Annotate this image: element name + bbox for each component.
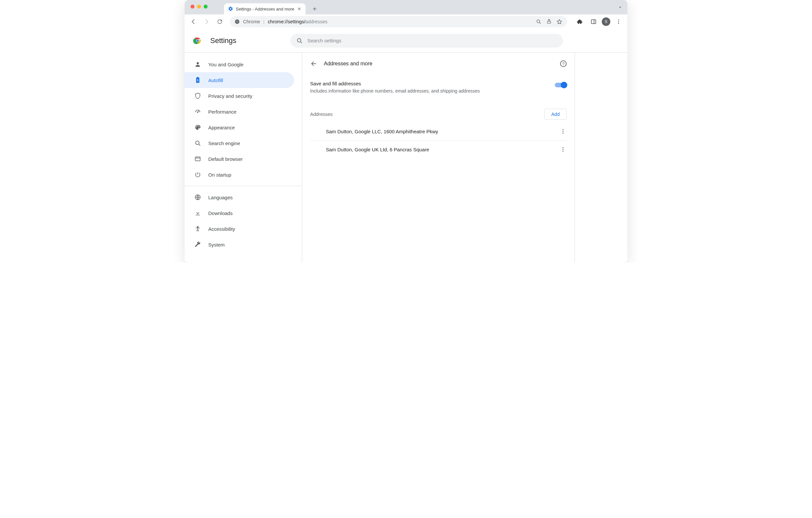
forward-button[interactable]: [201, 16, 212, 27]
sidebar-item-downloads[interactable]: Downloads: [184, 205, 294, 221]
address-text: Sam Dutton, Google LLC, 1600 Amphitheatr…: [326, 129, 438, 134]
svg-point-2: [236, 21, 238, 22]
sidebar-item-label: On startup: [208, 172, 231, 178]
sidebar-item-privacy[interactable]: Privacy and security: [184, 88, 294, 104]
omnibox-scheme-label: Chrome: [243, 19, 260, 24]
svg-point-13: [197, 62, 199, 64]
addresses-header: Addresses Add: [310, 101, 567, 122]
sidebar-item-search-engine[interactable]: Search engine: [184, 135, 294, 151]
wrench-icon: [195, 241, 201, 248]
sidebar-item-label: Languages: [208, 195, 233, 200]
share-icon[interactable]: [546, 19, 552, 24]
shield-icon: [195, 93, 201, 99]
sidebar-item-label: Appearance: [208, 125, 235, 130]
sidebar-item-label: System: [208, 242, 225, 247]
svg-point-6: [618, 19, 619, 20]
toolbar: Chrome | chrome://settings/addresses S: [184, 14, 628, 29]
close-window-button[interactable]: [191, 5, 195, 8]
bookmark-icon[interactable]: [556, 19, 562, 25]
layout: You and Google Autofill Privacy and secu…: [184, 53, 628, 263]
sidebar-item-label: Search engine: [208, 141, 240, 146]
question-icon: ?: [562, 61, 564, 66]
save-fill-subtitle: Includes information like phone numbers,…: [310, 88, 548, 94]
sidebar-item-performance[interactable]: Performance: [184, 104, 294, 120]
svg-point-7: [618, 21, 619, 22]
new-tab-button[interactable]: [310, 4, 319, 13]
save-fill-row: Save and fill addresses Includes informa…: [310, 75, 567, 101]
address-more-button[interactable]: [559, 146, 567, 152]
search-icon: [296, 37, 303, 44]
svg-point-8: [618, 23, 619, 24]
omnibox-actions: [536, 19, 562, 25]
sidebar-item-appearance[interactable]: Appearance: [184, 120, 294, 135]
sidebar-item-label: Autofill: [208, 78, 223, 83]
spacer: [575, 53, 628, 263]
save-fill-title: Save and fill addresses: [310, 81, 548, 86]
reload-button[interactable]: [214, 16, 225, 27]
sidebar-item-default-browser[interactable]: Default browser: [184, 151, 294, 167]
addresses-label: Addresses: [310, 112, 333, 117]
sidebar: You and Google Autofill Privacy and secu…: [184, 53, 302, 263]
subpage-back-button[interactable]: [310, 60, 318, 68]
omnibox-url-strong: chrome://settings/: [268, 19, 305, 24]
sidebar-item-system[interactable]: System: [184, 237, 294, 252]
svg-point-3: [537, 20, 540, 23]
extensions-button[interactable]: [574, 16, 585, 27]
clipboard-icon: [195, 77, 201, 83]
sidebar-item-languages[interactable]: Languages: [184, 189, 294, 205]
sidebar-item-label: Accessibility: [208, 226, 235, 232]
sidebar-item-on-startup[interactable]: On startup: [184, 167, 294, 183]
sidebar-item-label: You and Google: [208, 62, 243, 67]
maximize-window-button[interactable]: [204, 5, 208, 8]
content: Addresses and more ? Save and fill addre…: [302, 53, 575, 263]
back-button[interactable]: [188, 16, 199, 27]
help-button[interactable]: ?: [560, 60, 567, 67]
browser-icon: [195, 156, 201, 162]
omnibox-url-tail: addresses: [306, 19, 327, 24]
browser-window: Settings - Addresses and more Chrome: [184, 0, 628, 263]
close-tab-button[interactable]: [297, 6, 301, 11]
divider: [184, 186, 302, 186]
address-text: Sam Dutton, Google UK Ltd, 6 Pancras Squ…: [326, 147, 429, 152]
search-settings[interactable]: [290, 34, 563, 48]
svg-point-18: [197, 226, 198, 227]
tab-list-menu-button[interactable]: [617, 5, 623, 10]
download-icon: [195, 210, 201, 216]
search-input[interactable]: [308, 38, 557, 43]
sidebar-item-autofill[interactable]: Autofill: [184, 72, 294, 88]
address-row[interactable]: Sam Dutton, Google LLC, 1600 Amphitheatr…: [310, 122, 567, 141]
speedometer-icon: [195, 108, 201, 115]
svg-point-21: [563, 133, 564, 133]
svg-point-12: [297, 38, 301, 42]
svg-point-24: [563, 151, 564, 152]
app-title: Settings: [210, 36, 236, 45]
svg-rect-5: [591, 20, 596, 24]
browser-tab[interactable]: Settings - Addresses and more: [224, 3, 306, 14]
svg-point-15: [196, 141, 199, 145]
profile-avatar[interactable]: S: [602, 18, 610, 26]
address-more-button[interactable]: [559, 128, 567, 134]
sidebar-item-you-and-google[interactable]: You and Google: [184, 57, 294, 72]
svg-rect-16: [196, 157, 200, 161]
zoom-icon[interactable]: [536, 19, 542, 25]
svg-point-14: [197, 112, 198, 113]
window-controls: [191, 5, 208, 8]
palette-icon: [195, 124, 201, 131]
person-icon: [195, 61, 201, 68]
minimize-window-button[interactable]: [197, 5, 201, 8]
chrome-icon: [235, 19, 240, 24]
page-header: Addresses and more ?: [302, 53, 575, 75]
sidebar-item-label: Performance: [208, 109, 236, 115]
save-fill-toggle[interactable]: [555, 83, 567, 87]
sidebar-item-accessibility[interactable]: Accessibility: [184, 221, 294, 237]
address-row[interactable]: Sam Dutton, Google UK Ltd, 6 Pancras Squ…: [310, 141, 567, 158]
add-address-button[interactable]: Add: [544, 109, 567, 120]
accessibility-icon: [195, 225, 201, 232]
side-panel-button[interactable]: [588, 16, 599, 27]
address-bar[interactable]: Chrome | chrome://settings/addresses: [230, 16, 567, 27]
sidebar-item-label: Privacy and security: [208, 93, 252, 99]
page-title: Addresses and more: [324, 61, 373, 67]
chrome-menu-button[interactable]: [613, 16, 624, 27]
sidebar-item-label: Default browser: [208, 156, 243, 162]
app-header: Settings: [184, 29, 628, 53]
